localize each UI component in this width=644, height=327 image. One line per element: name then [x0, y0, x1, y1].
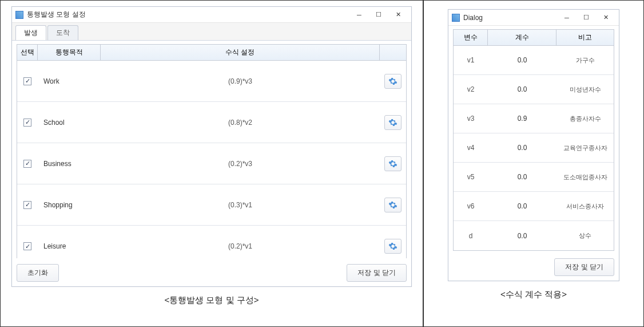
dialog-table-header: 변수 계수 비고 — [453, 29, 614, 46]
row-formula: (0.8)*v2 — [101, 119, 380, 127]
row-checkbox[interactable] — [23, 77, 31, 85]
col-select: 선택 — [17, 45, 38, 60]
maximize-button[interactable]: ☐ — [577, 11, 596, 24]
app-icon — [15, 11, 23, 19]
table-row: v3 0.9 총종사자수 — [454, 104, 614, 133]
content-area: 변수 계수 비고 v1 0.0 가구수 v2 0.0 미성년자수 v3 0.9 — [448, 26, 619, 253]
cell-note: 총종사자수 — [556, 115, 614, 123]
maximize-button[interactable]: ☐ — [369, 9, 388, 21]
close-button[interactable]: ✕ — [596, 11, 615, 24]
save-close-button[interactable]: 저장 및 닫기 — [554, 258, 614, 276]
gear-icon — [388, 242, 397, 251]
col-action — [380, 45, 406, 60]
cell-note: 서비스종사자 — [556, 202, 614, 211]
row-formula: (0.2)*v3 — [101, 160, 380, 168]
right-panel: Dialog ─ ☐ ✕ 변수 계수 비고 v1 0.0 가구수 v2 — [423, 0, 644, 327]
row-formula: (0.9)*v3 — [101, 77, 380, 85]
tab-strip: 발생 도착 — [12, 23, 411, 41]
row-formula: (0.3)*v1 — [101, 201, 380, 209]
cell-coefficient[interactable]: 0.9 — [488, 115, 556, 123]
row-purpose: Business — [38, 160, 101, 168]
col-formula: 수식 설정 — [101, 45, 380, 60]
tab-arrival[interactable]: 도착 — [47, 25, 78, 40]
gear-icon — [388, 159, 397, 168]
cell-note: 미성년자수 — [556, 85, 614, 94]
table-row: v2 0.0 미성년자수 — [454, 75, 614, 104]
footer: 저장 및 닫기 — [448, 253, 619, 281]
save-close-button[interactable]: 저장 및 닫기 — [347, 264, 407, 282]
window-controls: ─ ☐ ✕ — [557, 11, 615, 24]
gear-icon — [388, 200, 397, 210]
minimize-button[interactable]: ─ — [349, 9, 369, 21]
row-purpose: School — [38, 119, 101, 127]
cell-note: 가구수 — [556, 56, 614, 65]
row-purpose: Leisure — [38, 242, 101, 250]
reset-button[interactable]: 초기화 — [17, 264, 59, 282]
row-checkbox[interactable] — [23, 242, 31, 250]
table-row: Shopping (0.3)*v1 — [17, 184, 406, 226]
cell-note: 도소매업종사자 — [556, 173, 614, 182]
table-row: v1 0.0 가구수 — [454, 46, 614, 75]
model-settings-window: 통행발생 모형 설정 ─ ☐ ✕ 발생 도착 선택 통행목적 수식 설정 — [11, 6, 412, 287]
table-row: v5 0.0 도소매업종사자 — [454, 163, 614, 192]
row-purpose: Shopping — [38, 201, 101, 209]
edit-formula-button[interactable] — [384, 198, 401, 212]
cell-coefficient[interactable]: 0.0 — [488, 144, 556, 152]
row-purpose: Work — [38, 77, 101, 85]
tab-generation[interactable]: 발생 — [15, 25, 46, 40]
table-row: d 0.0 상수 — [454, 221, 614, 250]
edit-formula-button[interactable] — [384, 239, 401, 254]
window-title: 통행발생 모형 설정 — [27, 10, 349, 19]
app-icon — [452, 14, 460, 22]
table-row: Leisure (0.2)*v1 — [17, 226, 406, 258]
cell-coefficient[interactable]: 0.0 — [488, 232, 556, 240]
cell-variable: v5 — [454, 173, 488, 181]
cell-coefficient[interactable]: 0.0 — [488, 56, 556, 64]
cell-coefficient[interactable]: 0.0 — [488, 85, 556, 93]
content-area: 선택 통행목적 수식 설정 Work (0.9)*v3 — [12, 41, 411, 258]
col-variable: 변수 — [454, 30, 488, 45]
cell-variable: v1 — [454, 56, 488, 64]
left-panel: 통행발생 모형 설정 ─ ☐ ✕ 발생 도착 선택 통행목적 수식 설정 — [0, 0, 423, 327]
cell-coefficient[interactable]: 0.0 — [488, 202, 556, 210]
coefficient-dialog-window: Dialog ─ ☐ ✕ 변수 계수 비고 v1 0.0 가구수 v2 — [448, 9, 619, 281]
edit-formula-button[interactable] — [384, 156, 401, 171]
col-purpose: 통행목적 — [38, 45, 101, 60]
edit-formula-button[interactable] — [384, 115, 401, 130]
cell-coefficient[interactable]: 0.0 — [488, 173, 556, 181]
cell-variable: v3 — [454, 115, 488, 123]
cell-note: 상수 — [556, 231, 614, 240]
edit-formula-button[interactable] — [384, 74, 401, 89]
cell-variable: v6 — [454, 202, 488, 210]
table-row: v4 0.0 교육연구종사자 — [454, 133, 614, 163]
window-title: Dialog — [463, 14, 557, 22]
table-header: 선택 통행목적 수식 설정 — [17, 44, 407, 61]
gear-icon — [388, 77, 397, 86]
col-note: 비고 — [556, 30, 614, 45]
dialog-table-body: v1 0.0 가구수 v2 0.0 미성년자수 v3 0.9 총종사자수 v4 … — [453, 46, 614, 251]
minimize-button[interactable]: ─ — [557, 11, 577, 24]
row-checkbox[interactable] — [23, 160, 31, 168]
table-row: Business (0.2)*v3 — [17, 143, 406, 184]
cell-variable: v4 — [454, 144, 488, 152]
table-row: School (0.8)*v2 — [17, 102, 406, 143]
window-controls: ─ ☐ ✕ — [349, 9, 408, 21]
cell-variable: d — [454, 232, 488, 240]
row-formula: (0.2)*v1 — [101, 242, 380, 250]
left-caption: <통행발생 모형 및 구성> — [164, 295, 259, 306]
row-list: Work (0.9)*v3 School (0.8)*v2 — [17, 61, 407, 258]
table-row: Work (0.9)*v3 — [17, 61, 406, 102]
right-caption: <수식 계수 적용> — [500, 289, 567, 300]
cell-variable: v2 — [454, 85, 488, 93]
cell-note: 교육연구종사자 — [556, 144, 614, 152]
titlebar: Dialog ─ ☐ ✕ — [448, 10, 619, 26]
table-row: v6 0.0 서비스종사자 — [454, 192, 614, 221]
row-checkbox[interactable] — [23, 119, 31, 127]
gear-icon — [388, 118, 397, 127]
footer: 초기화 저장 및 닫기 — [12, 258, 411, 286]
row-checkbox[interactable] — [23, 201, 31, 209]
close-button[interactable]: ✕ — [388, 9, 408, 21]
titlebar: 통행발생 모형 설정 ─ ☐ ✕ — [12, 7, 411, 23]
col-coefficient: 계수 — [488, 30, 556, 45]
